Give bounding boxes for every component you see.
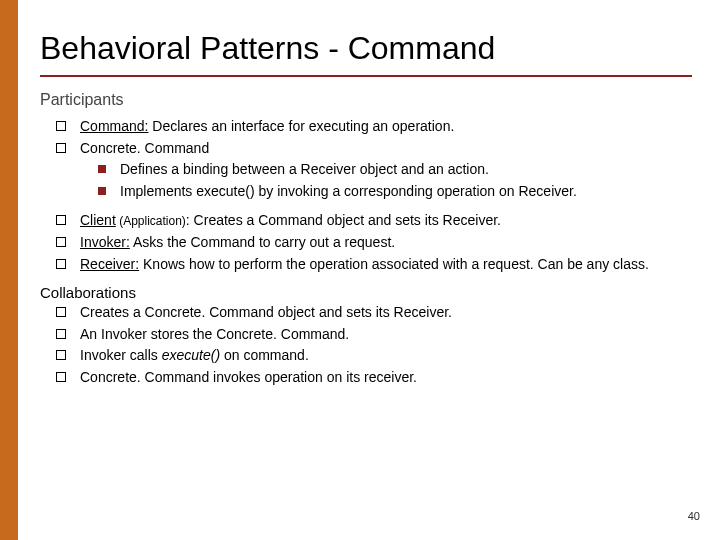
collaborations-heading: Collaborations: [40, 284, 692, 301]
hollow-square-icon: [56, 350, 66, 360]
list-item: Receiver: Knows how to perform the opera…: [40, 255, 692, 275]
list-item: Client (Application): Creates a Command …: [40, 211, 692, 231]
item-text: Receiver: Knows how to perform the opera…: [80, 255, 649, 275]
left-accent-bar: [0, 0, 18, 540]
page-number: 40: [688, 510, 700, 522]
list-item: Invoker calls execute() on command.: [40, 346, 692, 366]
item-text: Creates a Concrete. Command object and s…: [80, 303, 452, 323]
item-text: Concrete. Command invokes operation on i…: [80, 368, 417, 388]
list-item: Concrete. Command invokes operation on i…: [40, 368, 692, 388]
slide-content: Behavioral Patterns - Command Participan…: [0, 0, 720, 388]
title-divider: [40, 75, 692, 77]
hollow-square-icon: [56, 259, 66, 269]
filled-square-icon: [98, 165, 106, 173]
list-item: An Invoker stores the Concrete. Command.: [40, 325, 692, 345]
filled-square-icon: [98, 187, 106, 195]
item-text: Invoker: Asks the Command to carry out a…: [80, 233, 395, 253]
item-text: Implements execute() by invoking a corre…: [120, 182, 577, 202]
hollow-square-icon: [56, 121, 66, 131]
participants-heading: Participants: [40, 91, 692, 109]
list-item: Defines a binding between a Receiver obj…: [40, 160, 692, 180]
hollow-square-icon: [56, 307, 66, 317]
item-text: Command: Declares an interface for execu…: [80, 117, 454, 137]
hollow-square-icon: [56, 372, 66, 382]
hollow-square-icon: [56, 329, 66, 339]
item-text: Defines a binding between a Receiver obj…: [120, 160, 489, 180]
slide-title: Behavioral Patterns - Command: [40, 30, 692, 67]
hollow-square-icon: [56, 215, 66, 225]
list-item: Implements execute() by invoking a corre…: [40, 182, 692, 202]
hollow-square-icon: [56, 237, 66, 247]
item-text: Concrete. Command: [80, 139, 209, 159]
item-text: Invoker calls execute() on command.: [80, 346, 309, 366]
list-item: Concrete. Command: [40, 139, 692, 159]
list-item: Command: Declares an interface for execu…: [40, 117, 692, 137]
item-text: Client (Application): Creates a Command …: [80, 211, 501, 231]
hollow-square-icon: [56, 143, 66, 153]
item-text: An Invoker stores the Concrete. Command.: [80, 325, 349, 345]
list-item: Creates a Concrete. Command object and s…: [40, 303, 692, 323]
list-item: Invoker: Asks the Command to carry out a…: [40, 233, 692, 253]
